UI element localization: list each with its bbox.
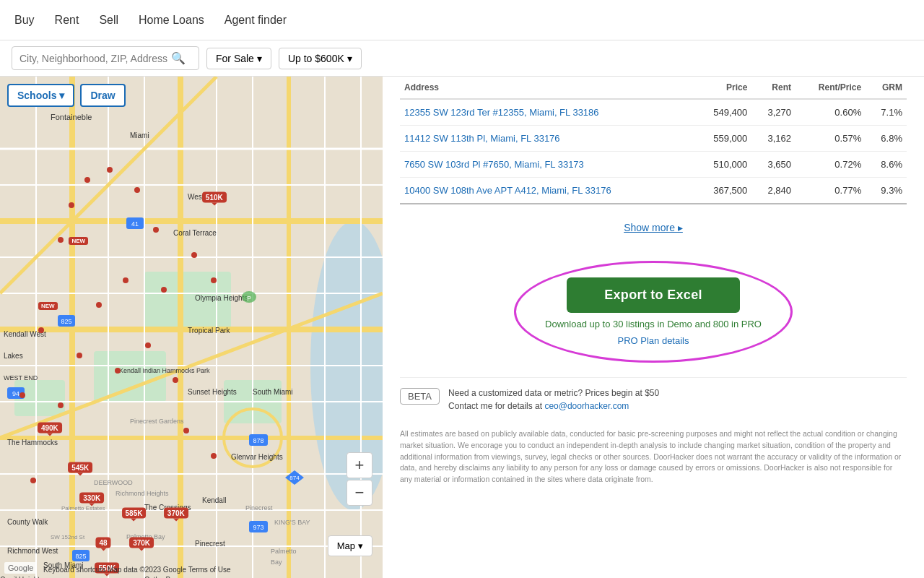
map-background: Fontaineble Miami West Miami Coral Terra…	[0, 77, 383, 578]
svg-text:Coral Terrace: Coral Terrace	[173, 229, 217, 237]
listing-rent: 3,270	[751, 99, 796, 126]
svg-text:874: 874	[289, 475, 300, 481]
google-badge: Google	[4, 562, 37, 574]
svg-text:The Hammocks: The Hammocks	[7, 439, 58, 447]
price-pin-48[interactable]: 48	[96, 538, 111, 548]
svg-text:Kendall Indian Hammocks Park: Kendall Indian Hammocks Park	[119, 367, 210, 374]
beta-badge: BETA	[400, 388, 440, 405]
svg-text:Glenvar Heights: Glenvar Heights	[231, 453, 283, 461]
svg-text:825: 825	[75, 553, 86, 560]
nav-agent-finder[interactable]: Agent finder	[225, 14, 287, 27]
listing-price: 510,000	[694, 152, 751, 178]
svg-text:Kendall: Kendall	[202, 496, 226, 504]
svg-text:Miami: Miami	[130, 131, 149, 139]
top-navigation: Buy Rent Sell Home Loans Agent finder	[0, 0, 924, 40]
svg-text:Pinecrest: Pinecrest	[195, 540, 225, 548]
listing-rent: 2,840	[751, 178, 796, 204]
listing-link[interactable]: 12355 SW 123rd Ter #12355, Miami, FL 331…	[404, 107, 599, 118]
svg-text:Tropical Park: Tropical Park	[188, 327, 231, 335]
table-row: 11412 SW 113th Pl, Miami, FL 33176 559,0…	[400, 126, 907, 152]
col-address: Address	[400, 77, 694, 99]
chevron-down-icon: ▾	[257, 53, 262, 64]
svg-text:Richmond Heights: Richmond Heights	[116, 490, 169, 497]
svg-text:KING'S BAY: KING'S BAY	[274, 519, 310, 526]
chevron-down-icon: ▾	[59, 90, 64, 101]
svg-text:Sunset Heights: Sunset Heights	[188, 388, 237, 396]
svg-text:Palmetto: Palmetto	[271, 548, 297, 555]
nav-buy[interactable]: Buy	[14, 14, 35, 27]
svg-text:Pinecrest Gardens: Pinecrest Gardens	[130, 418, 184, 425]
svg-text:Richmond West: Richmond West	[7, 547, 58, 555]
svg-text:South Miami: South Miami	[253, 388, 293, 396]
for-sale-filter[interactable]: For Sale ▾	[206, 48, 271, 69]
export-to-excel-button[interactable]: Export to Excel	[567, 277, 740, 313]
beta-section: BETA Need a customized data or metric? P…	[400, 377, 907, 421]
beta-email-link[interactable]: ceo@doorhacker.com	[544, 401, 629, 411]
svg-text:825: 825	[61, 318, 71, 325]
svg-text:Lakes: Lakes	[4, 352, 23, 360]
listing-grm: 9.3%	[866, 178, 907, 204]
table-row: 10400 SW 108th Ave APT A412, Miami, FL 3…	[400, 178, 907, 204]
svg-text:Fontaineble: Fontaineble	[51, 113, 92, 121]
schools-button[interactable]: Schools ▾	[7, 84, 74, 107]
listing-rent-price: 0.77%	[796, 178, 866, 204]
col-rent: Rent	[751, 77, 796, 99]
map-overlay-controls: Schools ▾ Draw	[7, 84, 375, 107]
listings-table: Address Price Rent Rent/Price GRM 12355 …	[400, 77, 907, 204]
table-row: 12355 SW 123rd Ter #12355, Miami, FL 331…	[400, 99, 907, 126]
svg-text:Palmetto Estates: Palmetto Estates	[61, 505, 105, 512]
zoom-in-button[interactable]: +	[346, 452, 372, 478]
col-rent-price: Rent/Price	[796, 77, 866, 99]
listing-price: 549,400	[694, 99, 751, 126]
price-pin-545k[interactable]: 545K	[68, 462, 92, 473]
export-section: Export to Excel Download up to 30 listin…	[400, 246, 907, 370]
search-box[interactable]: 🔍	[12, 46, 199, 70]
chevron-down-icon: ▾	[347, 53, 352, 64]
nav-sell[interactable]: Sell	[99, 14, 118, 27]
zoom-out-button[interactable]: −	[346, 480, 372, 506]
price-pin-510k[interactable]: 510K	[202, 191, 227, 202]
svg-text:County Walk: County Walk	[7, 518, 48, 526]
price-pin-370k-1[interactable]: 370K	[164, 507, 188, 518]
svg-text:SW 152nd St: SW 152nd St	[51, 534, 85, 540]
svg-text:41: 41	[131, 220, 139, 228]
listing-grm: 6.8%	[866, 126, 907, 152]
svg-text:Bay: Bay	[271, 558, 282, 566]
beta-description: Need a customized data or metric? Prices…	[448, 387, 659, 413]
export-subtitle: Download up to 30 listings in Demo and 8…	[545, 319, 762, 329]
listing-price: 367,500	[694, 178, 751, 204]
search-icon[interactable]: 🔍	[171, 51, 186, 65]
listing-grm: 8.6%	[866, 152, 907, 178]
svg-text:878: 878	[253, 437, 263, 444]
col-grm: GRM	[866, 77, 907, 99]
map-type-button[interactable]: Map ▾	[328, 535, 372, 556]
listing-link[interactable]: 7650 SW 103rd Pl #7650, Miami, FL 33173	[404, 159, 584, 170]
nav-rent[interactable]: Rent	[55, 14, 79, 27]
svg-text:Olympia Heights: Olympia Heights	[195, 294, 248, 302]
search-row: 🔍 For Sale ▾ Up to $600K ▾	[0, 40, 924, 77]
listing-grm: 7.1%	[866, 99, 907, 126]
svg-text:94: 94	[12, 390, 19, 397]
map-zoom-controls: + −	[346, 452, 372, 506]
svg-text:P: P	[247, 295, 251, 302]
svg-text:WEST END: WEST END	[4, 374, 38, 381]
listing-link[interactable]: 11412 SW 113th Pl, Miami, FL 33176	[404, 133, 560, 144]
nav-home-loans[interactable]: Home Loans	[139, 14, 204, 27]
listing-rent-price: 0.60%	[796, 99, 866, 126]
price-filter[interactable]: Up to $600K ▾	[279, 48, 362, 69]
price-pin-490k[interactable]: 490K	[38, 422, 62, 433]
svg-rect-3	[94, 351, 166, 402]
map-panel: Fontaineble Miami West Miami Coral Terra…	[0, 77, 383, 578]
price-pin-330k[interactable]: 330K	[79, 492, 104, 503]
svg-text:973: 973	[253, 524, 263, 531]
pro-plan-link[interactable]: PRO Plan details	[618, 335, 689, 346]
main-area: Fontaineble Miami West Miami Coral Terra…	[0, 77, 924, 578]
price-pin-370k-2[interactable]: 370K	[129, 538, 154, 548]
draw-button[interactable]: Draw	[80, 84, 125, 107]
listing-rent-price: 0.57%	[796, 126, 866, 152]
search-input[interactable]	[19, 53, 171, 64]
listing-link[interactable]: 10400 SW 108th Ave APT A412, Miami, FL 3…	[404, 185, 611, 196]
price-pin-585k[interactable]: 585K	[122, 507, 147, 518]
show-more-button[interactable]: Show more ▸	[400, 212, 907, 246]
table-row: 7650 SW 103rd Pl #7650, Miami, FL 33173 …	[400, 152, 907, 178]
